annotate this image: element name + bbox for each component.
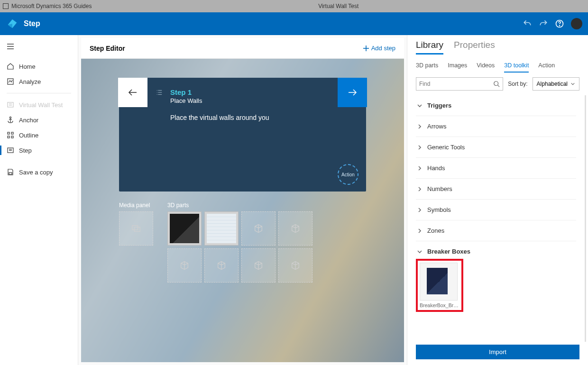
sort-value: Alphabetical	[537, 81, 568, 87]
home-icon	[7, 63, 14, 70]
parts-slot-7[interactable]	[241, 248, 276, 283]
titlebar: Microsoft Dynamics 365 Guides Virtual Wa…	[0, 0, 588, 12]
svg-point-32	[494, 82, 498, 86]
next-step-button[interactable]	[338, 78, 367, 107]
import-button[interactable]: Import	[416, 345, 579, 359]
parts-panel-label: 3D parts	[167, 202, 312, 209]
parts-slot-2[interactable]	[204, 211, 239, 246]
media-slot[interactable]	[119, 211, 153, 246]
subtab-3d-parts[interactable]: 3D parts	[416, 62, 438, 73]
parts-slot-8[interactable]	[278, 248, 312, 283]
step-subtitle: Place Walls	[170, 97, 353, 104]
sidebar-item-home[interactable]: Home	[0, 59, 78, 74]
asset-thumbnail	[420, 263, 458, 301]
category-header[interactable]: Hands	[416, 158, 576, 178]
header-title: Step	[24, 19, 40, 28]
category-header[interactable]: Zones	[416, 220, 576, 241]
tab-library[interactable]: Library	[416, 40, 443, 55]
save-icon	[7, 168, 14, 176]
cube-icon	[179, 260, 190, 271]
sort-dropdown[interactable]: Alphabetical	[533, 77, 579, 91]
svg-rect-13	[8, 136, 9, 138]
chevron-right-icon	[417, 207, 423, 213]
category-header[interactable]: Symbols	[416, 200, 576, 220]
parts-panel: 3D parts	[167, 202, 312, 283]
step-description[interactable]: Place the virtual walls around you	[170, 114, 353, 121]
parts-slot-5[interactable]	[167, 248, 202, 283]
category-numbers: Numbers	[416, 179, 576, 200]
previous-step-button[interactable]	[118, 78, 147, 107]
subtab-images[interactable]: Images	[448, 62, 467, 73]
parts-slot-4[interactable]	[278, 211, 312, 246]
sidebar-item-label: Home	[19, 63, 36, 70]
step-editor-toolbar: Step Editor Add step	[81, 38, 404, 59]
svg-rect-19	[9, 173, 12, 174]
asset-name: BreakerBox_Breaker_...	[420, 302, 459, 308]
hamburger-icon[interactable]	[0, 40, 78, 59]
sidebar-item-step[interactable]: Step	[0, 143, 78, 158]
analyze-icon	[7, 78, 14, 85]
svg-rect-14	[11, 132, 13, 134]
sidebar-item-label: Virtual Wall Test	[19, 101, 63, 109]
add-step-button[interactable]: Add step	[363, 45, 395, 52]
avatar[interactable]	[571, 18, 582, 29]
arrow-right-icon	[347, 87, 358, 98]
cube-icon	[253, 260, 264, 271]
document-name: Virtual Wall Test	[92, 3, 585, 9]
parts-slot-6[interactable]	[204, 248, 239, 283]
parts-slot-3[interactable]	[241, 211, 276, 246]
header-bar: Step	[0, 12, 588, 35]
help-icon[interactable]	[555, 19, 564, 28]
step-card: Step 1 Place Walls Place the virtual wal…	[119, 78, 366, 192]
svg-rect-6	[8, 102, 13, 107]
main-area: Step Editor Add step	[78, 35, 407, 365]
redo-icon[interactable]	[539, 19, 548, 28]
category-hands: Hands	[416, 158, 576, 179]
category-arrows: Arrows	[416, 116, 576, 137]
sidebar-item-analyze[interactable]: Analyze	[0, 74, 78, 89]
subtab-3d-toolkit[interactable]: 3D toolkit	[504, 62, 529, 73]
subtab-videos[interactable]: Videos	[477, 62, 495, 73]
app-window-icon	[3, 3, 9, 9]
sidebar-item-label: Analyze	[19, 78, 41, 85]
chevron-right-icon	[417, 124, 423, 129]
app-logo-icon	[6, 17, 19, 30]
cube-icon	[253, 223, 264, 234]
asset-breakerbox[interactable]: BreakerBox_Breaker_...	[419, 262, 460, 309]
category-header[interactable]: Numbers	[416, 179, 576, 199]
sidebar-item-save[interactable]: Save a copy	[0, 164, 78, 180]
search-icon	[493, 81, 500, 87]
right-panel-tabs: Library Properties	[407, 35, 588, 55]
right-panel: Library Properties 3D parts Images Video…	[407, 35, 588, 365]
category-zones: Zones	[416, 220, 576, 241]
media-panel-label: Media panel	[119, 202, 153, 209]
action-chip[interactable]: Action	[338, 164, 358, 185]
category-header[interactable]: Arrows	[416, 116, 576, 137]
svg-point-1	[560, 26, 560, 26]
chevron-right-icon	[417, 228, 423, 234]
parts-slot-1[interactable]	[167, 211, 202, 246]
chevron-down-icon	[570, 82, 575, 86]
chevron-down-icon	[417, 249, 423, 255]
category-header[interactable]: Breaker Boxes	[416, 241, 576, 262]
sidebar-item-guide: Virtual Wall Test	[0, 97, 78, 112]
cube-icon	[290, 223, 301, 234]
step-title: Step 1	[170, 88, 353, 96]
category-header[interactable]: Triggers	[416, 95, 576, 116]
search-input-wrap	[416, 77, 503, 91]
sidebar-item-label: Step	[19, 147, 32, 154]
undo-icon[interactable]	[523, 19, 532, 28]
svg-rect-15	[11, 136, 13, 138]
svg-rect-12	[8, 132, 9, 134]
tab-properties[interactable]: Properties	[454, 40, 495, 55]
library-list[interactable]: Triggers Arrows Generic Tools Hands	[407, 95, 586, 342]
category-header[interactable]: Generic Tools	[416, 137, 576, 157]
sidebar-item-outline[interactable]: Outline	[0, 128, 78, 143]
sidebar-item-anchor[interactable]: Anchor	[0, 112, 78, 128]
chevron-right-icon	[417, 165, 423, 171]
subtab-action[interactable]: Action	[538, 62, 555, 73]
sidebar: Home Analyze Virtual Wall Test Anchor Ou…	[0, 35, 78, 365]
search-input[interactable]	[419, 81, 493, 87]
sidebar-item-label: Anchor	[19, 117, 38, 124]
category-breaker-boxes: Breaker Boxes BreakerBox_Breaker_...	[416, 241, 576, 316]
